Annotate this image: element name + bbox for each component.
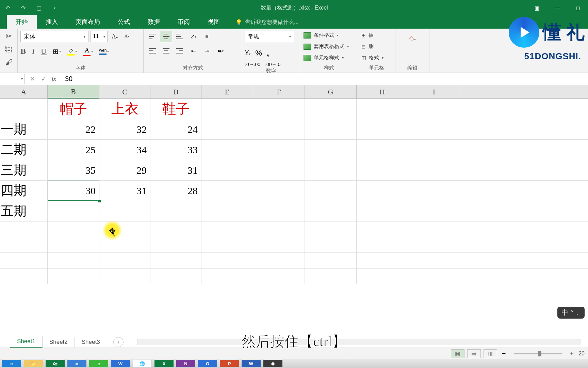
cell[interactable] [201,221,253,237]
cell[interactable] [150,253,201,268]
increase-indent-button[interactable]: ⇥ [201,45,213,57]
cell[interactable] [48,269,99,284]
decrease-font-icon[interactable]: A▾ [122,31,132,42]
horizontal-scrollbar[interactable] [137,339,581,345]
cell[interactable] [253,181,305,201]
merge-center-button[interactable]: ⬌▾ [214,45,227,57]
cell[interactable] [408,201,460,221]
cell[interactable] [253,269,305,284]
cell[interactable] [305,237,357,252]
column-header-G[interactable]: G [305,85,357,98]
tab-page-layout[interactable]: 页面布局 [67,15,109,29]
cell[interactable] [48,253,99,268]
enter-formula-icon[interactable]: ✓ [41,75,46,83]
taskbar-recorder-icon[interactable]: ⏺ [263,360,282,367]
copy-icon[interactable]: ⿻ [5,45,13,54]
number-format-combo[interactable]: 常规 ▾ [245,31,294,42]
cell[interactable] [253,99,305,119]
cell[interactable]: 30 [48,181,99,201]
column-header-C[interactable]: C [99,85,150,98]
cell[interactable] [357,119,408,139]
cell[interactable] [408,160,460,180]
font-color-button[interactable]: A▾ [83,46,93,56]
sheet-tab-1[interactable]: Sheet1 [10,336,43,348]
cell[interactable]: 24 [150,119,201,139]
cell[interactable] [99,253,150,268]
tell-me[interactable]: 💡 告诉我您想要做什么... [235,19,298,29]
cell[interactable]: 25 [48,140,99,160]
fill-color-button[interactable]: ◇▾ [67,47,77,56]
cell[interactable]: 34 [99,140,150,160]
taskbar-onenote-icon[interactable]: N [176,360,195,367]
cell[interactable] [305,201,357,221]
cell[interactable] [408,181,460,201]
taskbar-excel-icon[interactable]: X [154,360,174,367]
wrap-text-button[interactable]: ≡ [201,31,213,42]
accounting-button[interactable]: ¥▾ [245,49,250,57]
cell[interactable]: 29 [99,160,150,180]
cell[interactable] [408,221,460,237]
cell[interactable] [253,201,305,221]
cell[interactable] [305,140,357,160]
cell[interactable] [357,253,408,268]
cell[interactable] [201,160,253,180]
name-box[interactable]: ▾ [1,74,24,84]
cell[interactable] [305,99,357,119]
cell[interactable] [305,119,357,139]
cell[interactable] [150,237,201,252]
cell[interactable] [150,221,201,237]
page-layout-view-button[interactable]: ▤ [467,349,481,358]
orientation-button[interactable]: ⤢▾ [187,31,199,42]
cell[interactable] [201,181,253,201]
taskbar-powerpoint-icon[interactable]: P [220,360,239,367]
formula-input[interactable]: 30 [62,75,588,83]
cell[interactable] [253,119,305,139]
align-middle-button[interactable] [160,31,172,42]
normal-view-button[interactable]: ▦ [451,349,464,358]
cell[interactable]: 帽子 [48,99,99,119]
cell[interactable] [99,201,150,221]
cell[interactable] [357,99,408,119]
tab-review[interactable]: 审阅 [169,15,199,29]
taskbar-explorer-icon[interactable]: 📁 [24,360,43,367]
font-name-combo[interactable]: 宋体 ▾ [20,31,88,42]
insert-cells-button[interactable]: ⊞插 [361,31,374,40]
cell[interactable] [357,221,408,237]
cell[interactable] [408,99,460,119]
column-header-A[interactable]: A [0,85,48,98]
sheet-tab-2[interactable]: Sheet2 [43,337,75,348]
cell[interactable] [48,201,99,221]
phonetic-button[interactable]: wén▾ [99,48,109,55]
taskbar-store-icon[interactable]: 🛍 [46,360,65,367]
cell[interactable] [0,253,48,268]
increase-decimal-button[interactable]: .0→.00 [245,62,260,67]
cell[interactable] [408,269,460,284]
cell[interactable] [408,140,460,160]
column-header-E[interactable]: E [201,85,253,98]
column-header-D[interactable]: D [150,85,201,98]
align-bottom-button[interactable] [174,31,186,42]
cut-icon[interactable]: ✂ [6,32,12,41]
sheet-tab-3[interactable]: Sheet3 [75,337,107,348]
align-center-button[interactable] [160,45,172,57]
cell[interactable] [201,253,253,268]
cell[interactable]: 三期 [0,160,48,180]
taskbar-outlook-icon[interactable]: O [198,360,217,367]
cell[interactable]: 鞋子 [150,99,201,119]
format-painter-icon[interactable]: 🖌 [5,58,13,67]
undo-icon[interactable]: ↶ [3,4,12,12]
cell[interactable] [357,160,408,180]
taskbar-360-icon[interactable]: e [89,360,108,367]
delete-cells-button[interactable]: ⊟删 [361,42,374,51]
format-cells-button[interactable]: ◫格式▾ [361,53,384,62]
cell[interactable]: 四期 [0,181,48,201]
cell[interactable]: 一期 [0,119,48,139]
cell[interactable]: 32 [99,119,150,139]
decrease-decimal-button[interactable]: .00→.0 [265,62,280,67]
cell[interactable] [201,119,253,139]
column-header-B[interactable]: B [48,85,99,98]
tab-home[interactable]: 开始 [7,15,37,29]
taskbar-baidu-icon[interactable]: ∞ [67,360,86,367]
zoom-out-button[interactable]: − [500,350,508,357]
cell[interactable]: 二期 [0,140,48,160]
